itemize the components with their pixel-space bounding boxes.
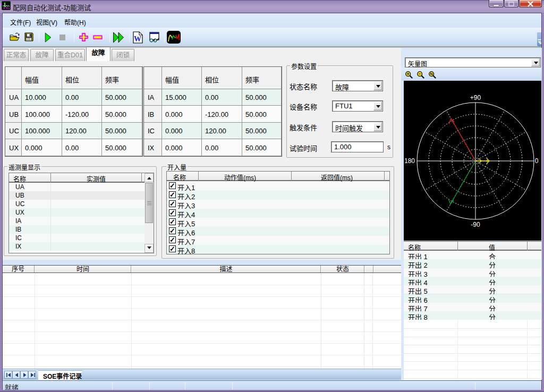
svg-text:180: 180 xyxy=(404,157,415,165)
svg-text:-90: -90 xyxy=(471,221,480,228)
svg-text:W: W xyxy=(134,35,141,43)
svg-text:+90: +90 xyxy=(470,94,481,101)
svg-text:0: 0 xyxy=(535,157,539,165)
